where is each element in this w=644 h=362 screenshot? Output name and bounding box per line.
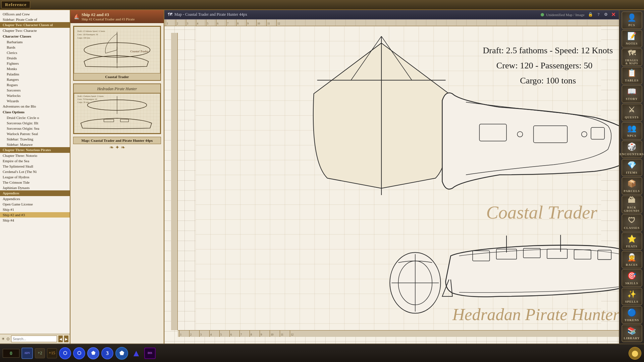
sidebar-item-ship1[interactable]: Ship #1 — [0, 207, 70, 212]
sidebar-item-clerics[interactable]: Clerics — [0, 50, 70, 55]
right-btn-parcels[interactable]: 📦 Parcels — [622, 177, 642, 195]
right-btn-classes[interactable]: 🛡 Classes — [622, 214, 642, 232]
right-btn-library[interactable]: 📚 Library — [622, 324, 642, 342]
sidebar-item-cerdenal[interactable]: Cerdenal's Lot (The Ni — [0, 169, 70, 174]
sidebar-item-warlocks[interactable]: Warlocks — [0, 93, 70, 98]
ruler-bottom-4: 4 — [209, 330, 219, 337]
pirate-hunter-thumbnail[interactable]: Hedradan Pirate Hunter — [73, 83, 161, 134]
right-btn-races[interactable]: 🧝 Races — [622, 251, 642, 268]
right-btn-story[interactable]: 📖 Story — [622, 85, 642, 103]
map-close-btn[interactable]: ✕ — [611, 11, 615, 18]
sidebar-item-officers[interactable]: Officers and Crew — [0, 11, 70, 17]
right-btn-tables[interactable]: 📋 Tables — [622, 67, 642, 84]
sidebar-search-input[interactable] — [11, 336, 57, 342]
sidebar-item-wizards[interactable]: Wizards — [0, 98, 70, 104]
right-btn-quests[interactable]: ⚔ Quests — [622, 104, 642, 121]
sidebar-item-appendices[interactable]: Appendices — [0, 196, 70, 201]
d20-icon-2: ⬡ — [77, 350, 81, 356]
ruler-bottom-11: 11 — [280, 330, 290, 337]
right-btn-encounters[interactable]: 🎲 Encounters — [622, 140, 642, 158]
dice-d12-btn[interactable]: ⬟ — [87, 347, 99, 359]
ruler-bottom-3: 3 — [199, 330, 209, 337]
sidebar-item-sidebar-manawe[interactable]: Sidebar: Manawe — [0, 142, 70, 147]
map-ruler-bottom: 1 2 3 4 5 6 7 8 9 10 11 12 — [178, 330, 619, 337]
sidebar-chapter-three-header[interactable]: Chapter Three: Notorious Pirates — [0, 147, 70, 153]
right-btn-skills[interactable]: 🎯 Skills — [622, 269, 642, 287]
dice-d20-btn-2[interactable]: ⬡ — [73, 347, 85, 359]
right-btn-pcs[interactable]: 👤 PCs — [622, 11, 642, 29]
pirate-hunter-thumb-area: Draft: 2 fathoms Speed: 11 knots Crew: 7… — [74, 93, 160, 133]
sidebar-item-rogues[interactable]: Rogues — [0, 82, 70, 87]
sidebar-item-ship4[interactable]: Ship #4 — [0, 218, 70, 223]
sidebar-item-empire[interactable]: Empire of the Sea — [0, 158, 70, 164]
modifier-plus2-btn[interactable]: +2 — [35, 348, 45, 358]
sidebar-section-character-classes[interactable]: Character Classes — [0, 33, 70, 39]
parcels-icon: 📦 — [627, 179, 637, 188]
sidebar-chapter-two-header[interactable]: Chapter Two: Character Classes ol — [0, 22, 70, 28]
dice-d8-btn[interactable]: 3 — [101, 347, 113, 359]
sidebar-item-sorc-origin-illt[interactable]: Sorcerous Origin: Illt — [0, 120, 70, 126]
sidebar-item-sorc-origin-sea[interactable]: Sorcerous Origin: Sea — [0, 126, 70, 131]
sidebar-item-crimson[interactable]: The Crimson Tide — [0, 180, 70, 185]
title-decoration: ❧ ✦ ❧ — [73, 144, 161, 150]
sidebar-item-adventures[interactable]: Adventures on the Blo — [0, 104, 70, 109]
sidebar-item-fighters[interactable]: Fighters — [0, 61, 70, 66]
sidebar-next-btn[interactable]: ▶ — [64, 336, 68, 342]
sidebar-item-barbarians[interactable]: Barbarians — [0, 39, 70, 45]
map-help-btn[interactable]: ? — [596, 12, 601, 17]
ruler-bottom-2: 2 — [189, 330, 199, 337]
sidebar-item-druid-circle[interactable]: Druid Circle: Circle o — [0, 115, 70, 120]
sidebar-appendices-header[interactable]: Appendices — [0, 190, 70, 196]
sidebar-item-sorcerers[interactable]: Sorcerers — [0, 87, 70, 93]
map-lock-btn[interactable]: 🔒 — [587, 12, 594, 17]
sidebar-item-monks[interactable]: Monks — [0, 66, 70, 71]
backgrounds-icon: 🏔 — [628, 196, 636, 205]
story-label: Story — [626, 97, 638, 101]
svg-text:Draft: 2.5 fathoms  -  Speed: : Draft: 2.5 fathoms - Speed: 12 Knots — [483, 46, 613, 55]
sidebar-nav-icon: ☀ — [1, 337, 5, 342]
sidebar-item-chapter-three[interactable]: Chapter Three: Notorio — [0, 153, 70, 158]
modifier-plus5-btn[interactable]: +15 — [47, 348, 57, 358]
sidebar-item-rangers[interactable]: Rangers — [0, 77, 70, 82]
dice-d20-btn-1[interactable]: ⬡ — [59, 347, 71, 359]
map-settings-btn[interactable]: ⚙ — [603, 12, 609, 17]
sidebar-item-sidebar-trawling[interactable]: Sidebar: Trawling — [0, 136, 70, 142]
story-icon: 📖 — [627, 87, 637, 96]
sidebar-item-splintered[interactable]: The Splintered Skull — [0, 164, 70, 169]
sidebar-item-ship2[interactable]: Ship #2 and #3 — [0, 212, 70, 218]
sidebar-item-japhinian[interactable]: Japhinian Dynasts — [0, 185, 70, 190]
right-btn-spells[interactable]: ✨ Spells — [622, 288, 642, 305]
pcs-icon: 👤 — [627, 13, 637, 22]
left-sidebar: Officers and Crew Sidebar: Pirate Code o… — [0, 10, 70, 344]
d20-icon-1: ⬡ — [63, 350, 67, 356]
sidebar-item-ogl[interactable]: Open Game License — [0, 201, 70, 207]
right-btn-tokens[interactable]: 🔵 Tokens — [622, 306, 642, 324]
coastal-trader-thumbnail[interactable]: Coastal Trader Draft: 2.5 fathoms Speed:… — [73, 26, 161, 81]
ruler-bottom-8: 8 — [250, 330, 260, 337]
coin-icon: ⬤ — [632, 350, 638, 357]
sidebar-item-pirate-code[interactable]: Sidebar: Pirate Code of — [0, 17, 70, 22]
sidebar-item-paladins[interactable]: Paladins — [0, 71, 70, 77]
right-btn-items[interactable]: 💎 Items — [622, 159, 642, 177]
sidebar-item-warlock-patron[interactable]: Warlock Patron: Seal — [0, 131, 70, 136]
right-btn-images[interactable]: 🗺 Images& Maps — [622, 48, 642, 66]
ruler-bottom-7: 7 — [239, 330, 250, 337]
advantage-btn[interactable]: ADV — [21, 348, 33, 359]
sidebar-section-class-options[interactable]: Class Options — [0, 109, 70, 115]
backgrounds-label: Backgrounds — [624, 206, 640, 213]
right-btn-notes[interactable]: 📝 Notes — [622, 30, 642, 48]
sidebar-item-bards[interactable]: Bards — [0, 45, 70, 50]
map-title-text: Map - Coastal Trader and Pirate Hunter 4… — [174, 12, 247, 17]
right-btn-feats[interactable]: ⭐ Feats — [622, 232, 642, 250]
disadvantage-btn[interactable]: DIS — [144, 348, 156, 359]
sidebar-prev-btn[interactable]: ◀ — [58, 336, 63, 342]
right-btn-backgrounds[interactable]: 🏔 Backgrounds — [622, 195, 642, 213]
right-btn-npcs[interactable]: 👥 NPCs — [622, 122, 642, 140]
bottom-coin-btn[interactable]: ⬤ — [629, 347, 641, 360]
sidebar-item-druids[interactable]: Druids — [0, 55, 70, 61]
dice-d10-btn[interactable]: ⬟ — [115, 347, 128, 360]
app-title: Reference — [1, 1, 30, 8]
sidebar-item-chapter-two[interactable]: Chapter Two: Characte — [0, 28, 70, 33]
sidebar-item-league[interactable]: League of Hydros — [0, 174, 70, 180]
dice-d6-triangle[interactable]: ▲ — [130, 347, 142, 359]
